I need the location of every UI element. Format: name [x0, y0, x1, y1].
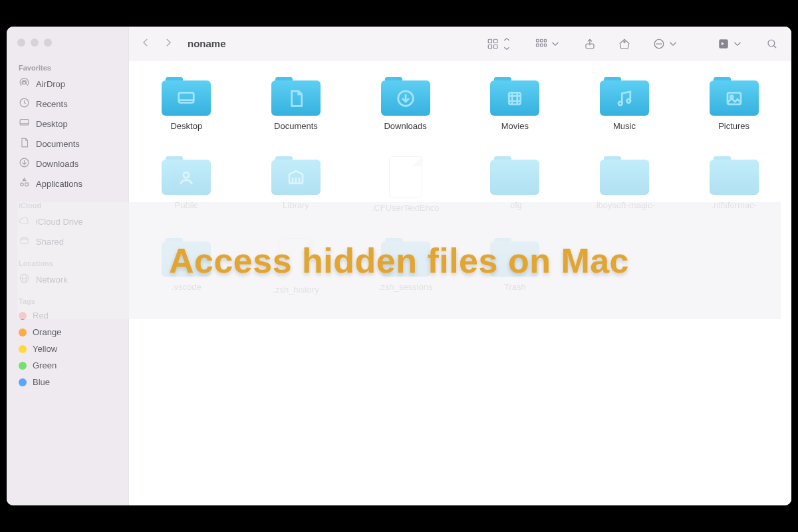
grid-item[interactable]: Movies — [466, 77, 564, 131]
airdrop-icon — [19, 77, 30, 90]
overlay-banner: Access hidden files on Mac — [17, 202, 781, 319]
grid-item-label: Music — [613, 121, 636, 131]
svg-rect-15 — [537, 39, 539, 42]
window-title: noname — [188, 38, 226, 49]
dropzone-button[interactable] — [715, 35, 746, 53]
sidebar-item-yellow[interactable]: Yellow — [7, 340, 128, 357]
desktop-icon — [19, 117, 30, 130]
svg-rect-18 — [537, 44, 539, 47]
svg-point-24 — [657, 43, 658, 44]
sidebar-item-blue[interactable]: Blue — [7, 374, 128, 390]
sidebar-item-green[interactable]: Green — [7, 357, 128, 374]
folder-icon — [271, 156, 321, 195]
share-button[interactable] — [581, 35, 598, 53]
sidebar-item-label: Green — [33, 360, 57, 370]
toolbar: noname — [129, 27, 791, 61]
sidebar-item-label: Desktop — [36, 119, 68, 129]
svg-point-26 — [661, 43, 662, 44]
svg-rect-12 — [494, 39, 497, 43]
svg-point-40 — [626, 99, 630, 103]
banner-text: Access hidden files on Mac — [169, 241, 629, 281]
svg-rect-14 — [494, 45, 497, 48]
folder-icon — [710, 156, 759, 195]
grid-item-label: Downloads — [384, 121, 426, 131]
close-dot[interactable] — [17, 39, 25, 47]
group-button[interactable] — [533, 35, 564, 53]
sidebar-item-label: Blue — [33, 377, 50, 387]
sidebar-item-label: Downloads — [36, 159, 78, 169]
grid-item[interactable]: Music — [575, 77, 674, 131]
tags-button[interactable] — [616, 35, 633, 53]
svg-point-39 — [618, 101, 622, 105]
sidebar-item-airdrop[interactable]: AirDrop — [7, 74, 128, 94]
file-icon — [389, 156, 422, 198]
grid-item-label: Documents — [274, 121, 318, 131]
svg-rect-13 — [488, 45, 491, 48]
download-icon — [19, 157, 30, 170]
sidebar-item-recents[interactable]: Recents — [7, 94, 128, 114]
folder-icon — [381, 77, 430, 116]
svg-rect-11 — [488, 39, 491, 43]
folder-icon — [600, 156, 649, 195]
sidebar-item-applications[interactable]: Applications — [7, 174, 128, 194]
sidebar-item-downloads[interactable]: Downloads — [7, 154, 128, 174]
tag-dot-icon — [19, 362, 27, 370]
svg-rect-2 — [20, 120, 29, 126]
grid-item[interactable]: Pictures — [685, 77, 783, 131]
svg-line-30 — [773, 45, 776, 48]
folder-icon — [710, 77, 759, 116]
tag-dot-icon — [19, 378, 27, 386]
sidebar-item-documents[interactable]: Documents — [7, 134, 128, 154]
folder-icon — [162, 156, 211, 195]
grid-item-label: Pictures — [718, 121, 749, 131]
sidebar-item-label: Applications — [36, 179, 82, 189]
svg-point-22 — [624, 41, 625, 42]
grid-item-label: Desktop — [170, 121, 202, 131]
svg-point-43 — [184, 172, 189, 178]
clock-icon — [19, 97, 30, 110]
svg-rect-31 — [179, 92, 194, 102]
tag-dot-icon — [19, 329, 27, 336]
sidebar-item-label: Orange — [33, 327, 61, 337]
svg-rect-41 — [728, 92, 741, 104]
back-button[interactable] — [140, 37, 152, 51]
svg-rect-17 — [545, 39, 547, 42]
sidebar-item-label: Yellow — [33, 344, 57, 354]
zoom-dot[interactable] — [44, 39, 52, 47]
doc-icon — [19, 137, 30, 150]
folder-icon — [490, 156, 539, 195]
minimize-dot[interactable] — [31, 39, 39, 47]
svg-rect-19 — [541, 44, 543, 47]
svg-rect-6 — [25, 183, 29, 186]
sidebar-item-label: Recents — [36, 99, 68, 109]
svg-rect-34 — [509, 92, 521, 104]
grid-item-label: Movies — [501, 121, 529, 131]
tag-dot-icon — [19, 345, 27, 353]
forward-button[interactable] — [162, 37, 174, 51]
svg-rect-16 — [541, 39, 543, 42]
svg-point-0 — [23, 81, 25, 84]
folder-icon — [162, 77, 211, 116]
sidebar-item-label: AirDrop — [36, 79, 65, 89]
window-controls[interactable] — [7, 36, 128, 56]
view-icons-button[interactable] — [484, 35, 515, 53]
action-menu-button[interactable] — [650, 35, 682, 53]
svg-rect-20 — [545, 44, 547, 47]
folder-icon — [600, 77, 649, 116]
section-favorites: Favorites AirDropRecentsDesktopDocuments… — [7, 60, 128, 194]
grid-item[interactable]: Desktop — [137, 77, 235, 131]
grid-item[interactable]: Downloads — [356, 77, 455, 131]
search-button[interactable] — [763, 35, 781, 53]
grid-item[interactable]: Documents — [247, 77, 345, 131]
section-header-favorites: Favorites — [7, 60, 128, 74]
sidebar-item-orange[interactable]: Orange — [7, 324, 128, 340]
svg-point-5 — [21, 183, 24, 186]
folder-icon — [490, 77, 539, 116]
sidebar-item-label: Documents — [36, 139, 80, 149]
svg-point-25 — [659, 43, 660, 44]
apps-icon — [19, 177, 30, 190]
sidebar-item-desktop[interactable]: Desktop — [7, 114, 128, 134]
folder-icon — [271, 77, 321, 116]
